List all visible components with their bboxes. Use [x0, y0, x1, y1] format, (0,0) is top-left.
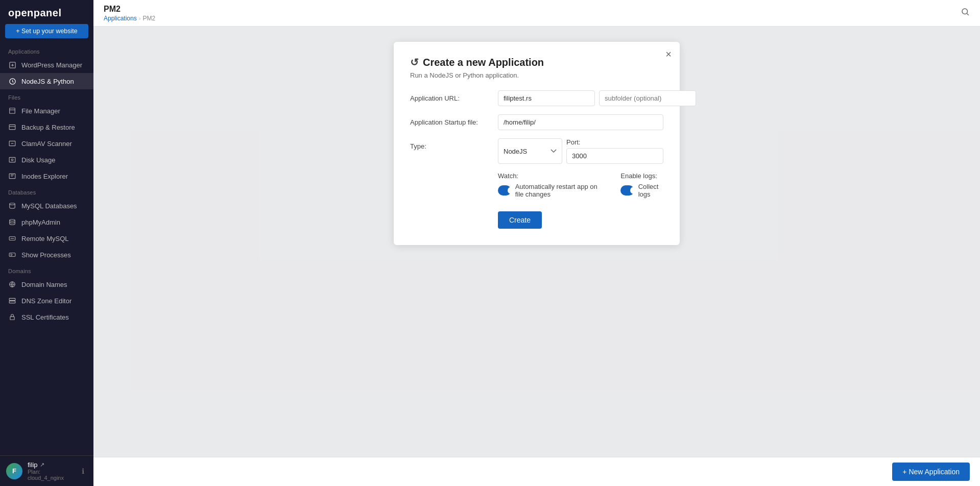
svg-rect-2	[10, 108, 15, 114]
clamav-icon	[8, 139, 16, 148]
watch-group: Watch: Automatically restart app on file…	[498, 172, 600, 198]
setup-website-button[interactable]: + Set up your website	[5, 24, 88, 38]
sidebar-item-dns-label: DNS Zone Editor	[21, 297, 71, 305]
svg-rect-15	[10, 317, 14, 320]
new-application-button[interactable]: + New Application	[892, 463, 970, 481]
sidebar-item-remote-mysql[interactable]: Remote MySQL	[0, 230, 93, 247]
sidebar-item-disk-usage[interactable]: Disk Usage	[0, 152, 93, 168]
file-manager-icon	[8, 107, 16, 115]
sidebar-item-wordpress-manager[interactable]: WordPress Manager	[0, 57, 93, 73]
breadcrumb: Applications › PM2	[104, 15, 155, 22]
svg-rect-13	[9, 298, 15, 300]
header: PM2 Applications › PM2	[93, 0, 980, 27]
sidebar-section-files: Files	[0, 89, 93, 103]
sidebar-item-show-processes[interactable]: Show Processes	[0, 247, 93, 263]
watch-control: Automatically restart app on file change…	[498, 183, 600, 198]
sidebar-item-phpmyadmin[interactable]: phpMyAdmin	[0, 214, 93, 230]
backup-icon	[8, 123, 16, 131]
watch-label: Watch:	[498, 172, 600, 180]
sidebar-item-wordpress-label: WordPress Manager	[21, 61, 82, 69]
sidebar-item-nodejs-python[interactable]: NodeJS & Python	[0, 73, 93, 89]
svg-rect-3	[9, 125, 15, 129]
info-button[interactable]: ℹ	[79, 466, 87, 476]
header-left: PM2 Applications › PM2	[104, 5, 155, 22]
svg-rect-5	[9, 157, 15, 162]
main-area: PM2 Applications › PM2 × ↺ Create a new …	[93, 0, 980, 486]
svg-point-6	[11, 159, 13, 161]
wordpress-icon	[8, 61, 16, 69]
startup-file-input[interactable]	[498, 114, 663, 130]
sidebar-item-mysql[interactable]: MySQL Databases	[0, 198, 93, 214]
refresh-icon: ↺	[410, 56, 419, 68]
sidebar: openpanel + Set up your website Applicat…	[0, 0, 93, 486]
user-name: filip ↗	[28, 461, 74, 469]
subfolder-input[interactable]	[599, 90, 696, 106]
modal-overlay: × ↺ Create a new Application Run a NodeJ…	[93, 27, 980, 457]
ssl-icon	[8, 313, 16, 321]
sidebar-section-domains: Domains	[0, 263, 93, 276]
breadcrumb-applications[interactable]: Applications	[104, 15, 137, 22]
port-label: Port:	[566, 138, 663, 146]
application-url-input[interactable]	[498, 90, 595, 106]
page-title: PM2	[104, 5, 155, 14]
sidebar-item-nodejs-label: NodeJS & Python	[21, 78, 74, 85]
enable-logs-group: Enable logs: Collect logs	[620, 172, 663, 198]
sidebar-item-inodes[interactable]: Inodes Explorer	[0, 168, 93, 184]
disk-icon	[8, 156, 16, 164]
inodes-icon	[8, 172, 16, 180]
processes-icon	[8, 251, 16, 259]
watch-toggle[interactable]	[498, 185, 511, 196]
sidebar-item-backup-label: Backup & Restore	[21, 124, 75, 131]
svg-rect-14	[9, 301, 15, 303]
breadcrumb-separator: ›	[139, 15, 141, 21]
bottom-bar: + New Application	[93, 457, 980, 486]
startup-fields	[498, 114, 663, 130]
collect-logs-control: Collect logs	[620, 183, 663, 198]
watch-text: Automatically restart app on file change…	[515, 183, 601, 198]
sidebar-logo: openpanel	[0, 0, 93, 24]
create-button[interactable]: Create	[498, 211, 542, 229]
sidebar-section-applications: Applications	[0, 43, 93, 57]
modal-close-button[interactable]: ×	[665, 49, 672, 59]
modal-title: ↺ Create a new Application	[410, 56, 663, 68]
sidebar-item-file-manager[interactable]: File Manager	[0, 103, 93, 119]
sidebar-item-processes-label: Show Processes	[21, 251, 71, 259]
create-application-modal: × ↺ Create a new Application Run a NodeJ…	[394, 42, 680, 245]
search-button[interactable]	[961, 7, 970, 19]
sidebar-item-domain-names[interactable]: Domain Names	[0, 276, 93, 293]
enable-logs-label: Enable logs:	[620, 172, 663, 180]
sidebar-item-backup-restore[interactable]: Backup & Restore	[0, 119, 93, 135]
sidebar-item-remote-mysql-label: Remote MySQL	[21, 235, 68, 242]
avatar: F	[6, 463, 22, 479]
sidebar-item-ssl[interactable]: SSL Certificates	[0, 309, 93, 325]
svg-point-16	[962, 9, 968, 14]
domain-icon	[8, 280, 16, 288]
startup-label: Application Startup file:	[410, 114, 492, 126]
sidebar-item-phpmyadmin-label: phpMyAdmin	[21, 218, 60, 226]
watch-slider	[498, 185, 511, 196]
sidebar-item-file-manager-label: File Manager	[21, 107, 60, 115]
user-plan: Plan: cloud_4_nginx	[28, 469, 74, 481]
nodejs-icon	[8, 77, 16, 85]
sidebar-item-ssl-label: SSL Certificates	[21, 313, 69, 321]
dns-icon	[8, 297, 16, 305]
mysql-icon	[8, 202, 16, 210]
form-row-url: Application URL:	[410, 90, 663, 106]
collect-logs-text: Collect logs	[638, 183, 663, 198]
collect-logs-toggle[interactable]	[620, 185, 634, 196]
content-area: × ↺ Create a new Application Run a NodeJ…	[93, 27, 980, 457]
remote-mysql-icon	[8, 234, 16, 242]
type-select[interactable]: NodeJS Python	[498, 138, 562, 164]
sidebar-item-inodes-label: Inodes Explorer	[21, 173, 68, 180]
form-row-type-port: Type: NodeJS Python Port:	[410, 138, 663, 164]
svg-point-9	[10, 220, 15, 222]
modal-subtitle: Run a NodeJS or Python application.	[410, 71, 663, 79]
sidebar-item-dns-zone[interactable]: DNS Zone Editor	[0, 293, 93, 309]
svg-point-8	[10, 203, 15, 205]
type-port-fields: NodeJS Python Port:	[498, 138, 663, 164]
type-label: Type:	[410, 138, 492, 150]
sidebar-item-clamav-label: ClamAV Scanner	[21, 140, 72, 148]
port-input[interactable]	[566, 148, 663, 164]
form-row-startup: Application Startup file:	[410, 114, 663, 130]
sidebar-item-clamav[interactable]: ClamAV Scanner	[0, 135, 93, 152]
